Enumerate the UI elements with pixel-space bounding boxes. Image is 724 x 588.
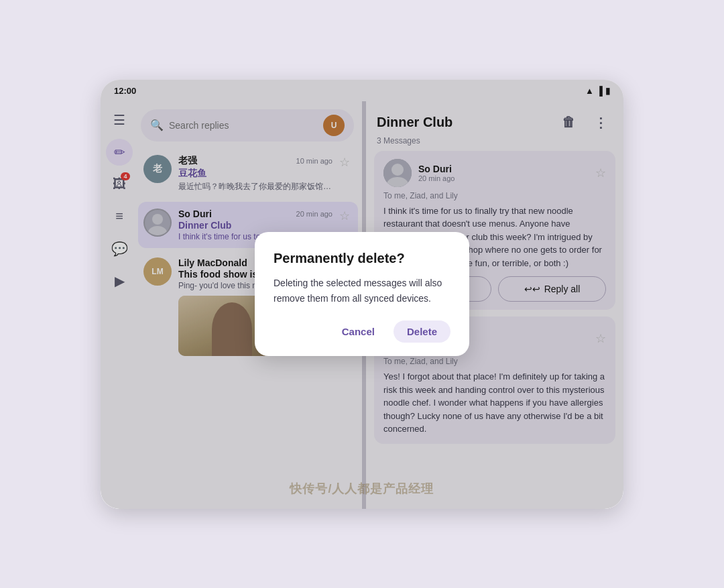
dialog-title: Permanently delete? xyxy=(274,251,450,266)
dialog-overlay: Permanently delete? Deleting the selecte… xyxy=(101,80,623,509)
dialog-actions: Cancel Delete xyxy=(274,320,450,343)
device-frame: 12:00 ▲ ▐ ▮ ☰ ✏ 🖼 4 ≡ xyxy=(101,80,623,509)
dialog-cancel-button[interactable]: Cancel xyxy=(334,320,383,343)
dialog-delete-button[interactable]: Delete xyxy=(394,320,450,343)
dialog-body: Deleting the selected messages will also… xyxy=(274,276,450,306)
dialog-box: Permanently delete? Deleting the selecte… xyxy=(255,232,469,356)
